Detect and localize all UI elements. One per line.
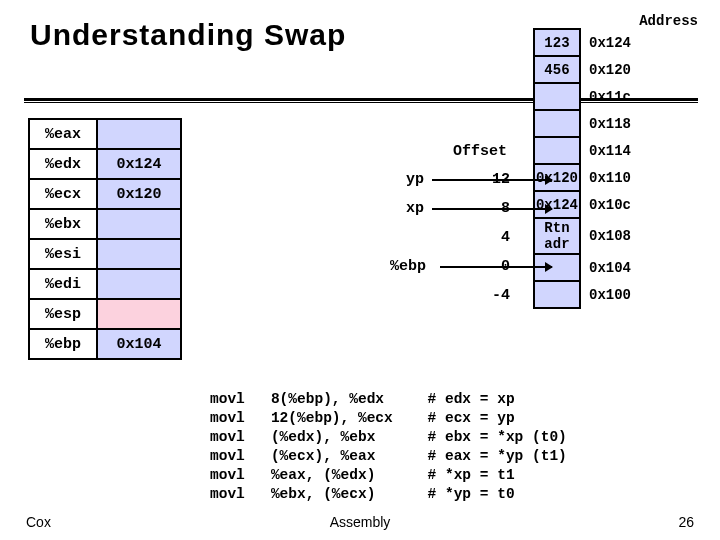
table-row: %esp <box>29 299 181 329</box>
table-row: %edi <box>29 269 181 299</box>
table-row: %edx0x124 <box>29 149 181 179</box>
reg-name: %edi <box>29 269 97 299</box>
mem-addr: 0x110 <box>580 164 633 191</box>
mem-cell: Rtn adr <box>534 218 580 254</box>
table-row: %ecx0x120 <box>29 179 181 209</box>
mem-cell: 456 <box>534 56 580 83</box>
reg-name: %edx <box>29 149 97 179</box>
address-header: Address <box>639 14 698 29</box>
footer-right: 26 <box>678 514 694 530</box>
mem-cell: 123 <box>534 29 580 56</box>
reg-value: 0x124 <box>97 149 181 179</box>
table-row: Rtn adr0x108 <box>534 218 633 254</box>
mem-cell: 0x124 <box>534 191 580 218</box>
reg-value <box>97 239 181 269</box>
reg-value <box>97 299 181 329</box>
offset-header: Offset <box>453 143 507 160</box>
mem-cell: 0x120 <box>534 164 580 191</box>
reg-name: %ebp <box>29 329 97 359</box>
assembly-code: movl 8(%ebp), %edx # edx = xp movl 12(%e… <box>210 390 567 504</box>
table-row: %ebx <box>29 209 181 239</box>
table-row: %ebp0x104 <box>29 329 181 359</box>
mem-addr: 0x124 <box>580 29 633 56</box>
off-label: yp <box>406 171 424 188</box>
mem-cell <box>534 281 580 308</box>
table-row: 0x11c <box>534 83 633 110</box>
reg-value <box>97 269 181 299</box>
reg-value <box>97 119 181 149</box>
reg-name: %eax <box>29 119 97 149</box>
register-table: %eax %edx0x124 %ecx0x120 %ebx %esi %edi … <box>28 118 182 360</box>
mem-addr: 0x10c <box>580 191 633 218</box>
table-row: 0x100 <box>534 281 633 308</box>
mem-cell <box>534 110 580 137</box>
off-value: 4 <box>480 229 510 246</box>
mem-addr: 0x100 <box>580 281 633 308</box>
arrow-icon <box>440 266 552 268</box>
table-row: 0x114 <box>534 137 633 164</box>
arrow-icon <box>432 179 552 181</box>
footer-center: Assembly <box>0 514 720 530</box>
off-label: %ebp <box>390 258 426 275</box>
mem-addr: 0x120 <box>580 56 633 83</box>
mem-addr: 0x118 <box>580 110 633 137</box>
reg-name: %esp <box>29 299 97 329</box>
reg-name: %ecx <box>29 179 97 209</box>
off-label: xp <box>406 200 424 217</box>
reg-value <box>97 209 181 239</box>
mem-cell <box>534 137 580 164</box>
mem-cell <box>534 83 580 110</box>
reg-name: %esi <box>29 239 97 269</box>
page-title: Understanding Swap <box>30 18 346 52</box>
table-row: %eax <box>29 119 181 149</box>
mem-addr: 0x114 <box>580 137 633 164</box>
mem-addr: 0x11c <box>580 83 633 110</box>
table-row: %esi <box>29 239 181 269</box>
off-value: -4 <box>480 287 510 304</box>
mem-addr: 0x108 <box>580 218 633 254</box>
reg-name: %ebx <box>29 209 97 239</box>
mem-addr: 0x104 <box>580 254 633 281</box>
table-row: 1230x124 <box>534 29 633 56</box>
table-row: 4560x120 <box>534 56 633 83</box>
table-row: 0x118 <box>534 110 633 137</box>
arrow-icon <box>432 208 552 210</box>
reg-value: 0x120 <box>97 179 181 209</box>
reg-value: 0x104 <box>97 329 181 359</box>
